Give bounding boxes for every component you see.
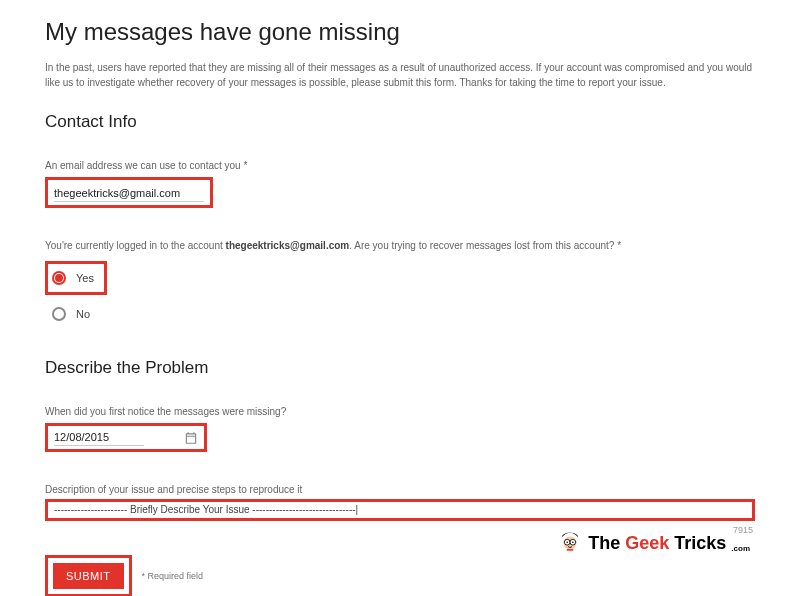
svg-point-5: [572, 541, 574, 543]
intro-text: In the past, users have reported that th…: [45, 60, 755, 90]
email-field[interactable]: [54, 185, 204, 202]
desc-label: Description of your issue and precise st…: [45, 484, 755, 495]
date-highlight: [45, 423, 207, 452]
logged-in-account: thegeektricks@gmail.com: [226, 240, 350, 251]
svg-rect-6: [567, 549, 574, 551]
logo-part3: Tricks: [674, 533, 726, 554]
logo-suffix: .com: [731, 544, 750, 553]
radio-yes-label: Yes: [76, 272, 94, 284]
radio-yes[interactable]: Yes: [52, 271, 94, 285]
when-label: When did you first notice the messages w…: [45, 406, 755, 417]
radio-no-circle: [52, 307, 66, 321]
site-logo: The Geek Tricks .com: [557, 530, 750, 556]
desc-value: ---------------------- Briefly Describe …: [54, 504, 358, 515]
svg-point-4: [567, 541, 569, 543]
logged-in-suffix: . Are you trying to recover messages los…: [349, 240, 621, 251]
submit-button[interactable]: SUBMIT: [53, 563, 124, 589]
radio-no-label: No: [76, 308, 90, 320]
logged-in-question: You're currently logged in to the accoun…: [45, 240, 755, 251]
logo-part1: The: [588, 533, 620, 554]
radio-no[interactable]: No: [45, 307, 755, 321]
problem-heading: Describe the Problem: [45, 358, 755, 378]
logged-in-prefix: You're currently logged in to the accoun…: [45, 240, 226, 251]
contact-heading: Contact Info: [45, 112, 755, 132]
desc-highlight[interactable]: ---------------------- Briefly Describe …: [45, 499, 755, 521]
submit-highlight: SUBMIT: [45, 555, 132, 596]
radio-yes-circle: [52, 271, 66, 285]
email-label: An email address we can use to contact y…: [45, 160, 755, 171]
date-field[interactable]: [54, 429, 144, 446]
logo-part2: Geek: [625, 533, 669, 554]
page-title: My messages have gone missing: [45, 18, 755, 46]
yes-highlight: Yes: [45, 261, 107, 295]
required-note: * Required field: [142, 571, 204, 581]
logo-face-icon: [557, 530, 583, 556]
email-highlight: [45, 177, 213, 208]
calendar-icon[interactable]: [184, 431, 198, 445]
